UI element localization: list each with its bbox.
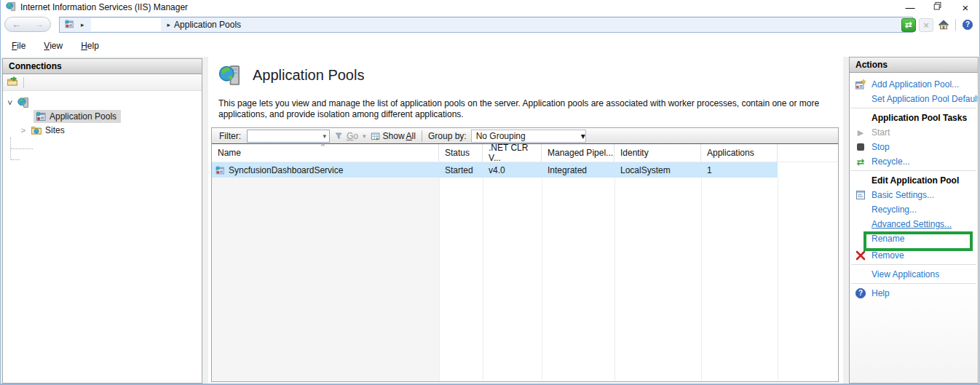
- minimize-button[interactable]: —: [896, 0, 924, 15]
- show-all-button[interactable]: Show All: [371, 131, 416, 141]
- action-view-applications[interactable]: View Applications: [850, 267, 978, 282]
- column-separator: [439, 178, 440, 381]
- home-icon: [938, 19, 949, 31]
- menu-file[interactable]: File: [4, 38, 33, 54]
- application-pools-icon: [35, 111, 47, 122]
- refresh-icon: ⇄: [905, 20, 912, 30]
- column-header-name[interactable]: Name: [212, 144, 439, 162]
- restore-icon: [933, 1, 943, 14]
- breadcrumb-current[interactable]: Application Pools: [174, 20, 241, 30]
- breadcrumb-bar[interactable]: ▸ ▸ Application Pools: [59, 17, 913, 33]
- chevron-down-icon[interactable]: >: [6, 98, 15, 107]
- save-connection-button[interactable]: [7, 76, 18, 90]
- chevron-down-icon[interactable]: ▾: [363, 132, 366, 140]
- column-separator: [542, 178, 542, 381]
- page-title: Application Pools: [253, 67, 364, 84]
- actions-group-title-tasks: Application Pool Tasks: [850, 111, 978, 125]
- iis-app-icon: [6, 1, 16, 14]
- tree-guide-line: [11, 159, 20, 160]
- action-label: Recycling...: [872, 205, 917, 215]
- filter-label: Filter:: [219, 131, 241, 141]
- window-title: Internet Information Services (IIS) Mana…: [20, 2, 188, 12]
- connections-panel: Connections > Application Pools: [2, 58, 202, 384]
- filter-input[interactable]: ▾: [247, 130, 330, 143]
- action-recycling[interactable]: Recycling...: [850, 202, 978, 217]
- action-label: Help: [872, 288, 890, 298]
- refresh-button[interactable]: ⇄: [901, 18, 916, 32]
- forward-button[interactable]: →: [34, 20, 44, 29]
- menu-help[interactable]: Help: [74, 38, 106, 54]
- tree-label-sites[interactable]: Sites: [45, 125, 65, 135]
- column-header-pipeline[interactable]: Managed Pipel...: [542, 144, 615, 162]
- go-button[interactable]: Go ▾: [334, 131, 366, 141]
- group-by-label: Group by:: [428, 131, 467, 141]
- action-add-application-pool[interactable]: Add Application Pool...: [850, 77, 978, 92]
- main-panel: Application Pools This page lets you vie…: [208, 57, 843, 384]
- action-label: Start: [872, 127, 890, 138]
- table-header-row: ^ Name Status .NET CLR V... Managed Pipe…: [212, 144, 838, 162]
- toolbar-separator: [955, 19, 956, 31]
- tree-label-application-pools[interactable]: Application Pools: [50, 111, 116, 122]
- connections-header: Connections: [3, 59, 202, 74]
- column-header-clr-version[interactable]: .NET CLR V...: [483, 144, 542, 162]
- breadcrumb-arrow-icon[interactable]: ▸: [167, 21, 171, 28]
- action-basic-settings[interactable]: Basic Settings...: [850, 188, 978, 202]
- table-row[interactable]: SyncfusionDashboardService Started v4.0 …: [212, 162, 778, 178]
- cell-status: Started: [439, 162, 483, 178]
- action-help[interactable]: Help: [850, 286, 978, 301]
- go-label: Go: [347, 131, 358, 141]
- home-button[interactable]: [936, 18, 951, 32]
- tree-node-server[interactable]: >: [3, 95, 202, 109]
- action-label: Remove: [872, 250, 904, 261]
- column-separator: [778, 178, 778, 381]
- action-start[interactable]: ▶ Start: [850, 125, 978, 140]
- column-header-status[interactable]: Status: [439, 144, 483, 162]
- sites-folder-icon: [31, 124, 42, 136]
- close-icon: ×: [963, 1, 969, 14]
- tree-node-application-pools[interactable]: Application Pools: [3, 109, 202, 123]
- action-label: Recycle...: [872, 156, 910, 167]
- stop-navigation-button[interactable]: ×: [919, 18, 933, 32]
- actions-group-title-edit: Edit Application Pool: [850, 173, 978, 188]
- sort-ascending-icon: ^: [321, 143, 325, 151]
- funnel-icon: [334, 131, 344, 141]
- cell-applications: 1: [701, 162, 778, 178]
- cell-name: SyncfusionDashboardService: [229, 165, 343, 175]
- column-separator: [701, 178, 702, 381]
- remove-x-icon: [850, 250, 872, 261]
- cell-clr-version: v4.0: [483, 162, 542, 178]
- tree-item: Sites: [29, 124, 69, 137]
- action-set-application-pool-defaults[interactable]: Set Application Pool Default: [850, 92, 978, 106]
- chevron-down-icon[interactable]: ▾: [323, 132, 326, 140]
- table-body-empty: [212, 178, 838, 381]
- application-pools-list: Filter: ▾ Go ▾ Show All Gro: [211, 127, 839, 382]
- help-icon: [962, 19, 973, 31]
- help-button[interactable]: [960, 18, 975, 32]
- column-header-applications[interactable]: Applications: [701, 144, 778, 162]
- stop-square-icon: [850, 143, 872, 151]
- chevron-right-icon[interactable]: >: [19, 126, 28, 135]
- restore-button[interactable]: [924, 0, 952, 15]
- action-advanced-settings[interactable]: Advanced Settings...: [850, 217, 978, 231]
- action-stop[interactable]: Stop: [850, 140, 978, 154]
- column-header-identity[interactable]: Identity: [615, 144, 701, 162]
- chevron-down-icon[interactable]: ▾: [581, 131, 585, 141]
- back-button[interactable]: ←: [12, 20, 21, 29]
- group-by-dropdown[interactable]: No Grouping ▾: [471, 130, 586, 143]
- breadcrumb-arrow-icon[interactable]: ▸: [81, 21, 84, 28]
- help-icon: [850, 287, 872, 299]
- close-button[interactable]: ×: [952, 0, 979, 15]
- connections-tree: > Application Pools > Sites: [3, 91, 202, 137]
- action-label: Stop: [872, 142, 890, 152]
- action-recycle[interactable]: ⇄ Recycle...: [850, 154, 978, 169]
- menu-view[interactable]: View: [36, 38, 70, 54]
- advanced-settings-highlight-annotation: [864, 231, 973, 251]
- folder-arrow-icon: [7, 76, 18, 87]
- tree-node-sites[interactable]: > Sites: [3, 123, 202, 137]
- actions-panel: Actions Add Application Pool... Set Appl…: [849, 57, 979, 384]
- iis-manager-window: Internet Information Services (IIS) Mana…: [0, 0, 980, 385]
- actions-separator: [851, 283, 976, 284]
- application-pools-page-icon: [218, 64, 241, 87]
- actions-header: Actions: [850, 57, 978, 73]
- action-label: Set Application Pool Default: [872, 94, 978, 104]
